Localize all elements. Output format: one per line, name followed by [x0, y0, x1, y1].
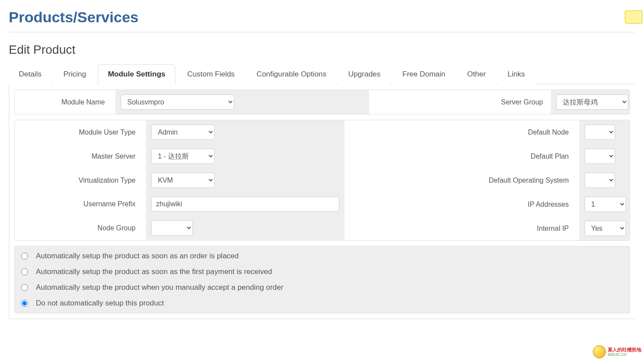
tab-upgrades[interactable]: Upgrades — [338, 64, 391, 84]
default-node-select[interactable] — [585, 125, 615, 140]
setup-option-label: Automatically setup the product when you… — [36, 283, 283, 292]
ip-addresses-select[interactable]: 1 — [585, 197, 626, 212]
module-user-type-select[interactable]: Admin — [151, 125, 215, 140]
internal-ip-label: Internal IP — [345, 219, 579, 239]
node-group-label: Node Group — [15, 218, 146, 238]
settings-grid: Module User Type Admin Master Server 1 -… — [14, 120, 630, 241]
username-prefix-label: Username Prefix — [15, 194, 146, 214]
server-group-select[interactable]: 达拉斯母鸡 — [556, 94, 628, 110]
module-name-label: Module Name — [15, 92, 115, 112]
setup-option-label: Automatically setup the product as soon … — [36, 267, 272, 276]
module-settings-panel: Module Name Solusvmpro Server Group 达拉斯母… — [9, 84, 635, 319]
tab-details[interactable]: Details — [9, 64, 52, 84]
node-group-select[interactable] — [151, 220, 193, 236]
tab-configurable-options[interactable]: Configurable Options — [247, 64, 337, 84]
server-group-label: Server Group — [369, 92, 551, 112]
master-server-select[interactable]: 1 - 达拉斯 — [151, 149, 215, 164]
ip-addresses-label: IP Addresses — [345, 194, 579, 215]
tab-custom-fields[interactable]: Custom Fields — [177, 64, 245, 84]
page-title: Products/Services — [9, 0, 635, 32]
setup-option-manual[interactable]: Automatically setup the product when you… — [15, 280, 630, 295]
default-plan-label: Default Plan — [345, 146, 579, 167]
username-prefix-input[interactable] — [151, 197, 339, 212]
module-name-select[interactable]: Solusvmpro — [121, 94, 234, 110]
tab-free-domain[interactable]: Free Domain — [392, 64, 455, 84]
section-title: Edit Product — [9, 32, 635, 64]
virtualization-type-select[interactable]: KVM — [151, 173, 215, 188]
tabs: Details Pricing Module Settings Custom F… — [9, 64, 635, 84]
tab-other[interactable]: Other — [457, 64, 496, 84]
help-button[interactable] — [625, 10, 642, 24]
default-node-label: Default Node — [345, 122, 579, 142]
default-os-select[interactable] — [585, 173, 615, 188]
auto-setup-panel: Automatically setup the product as soon … — [14, 246, 630, 313]
master-server-label: Master Server — [15, 146, 146, 167]
default-plan-select[interactable] — [585, 149, 615, 164]
tab-pricing[interactable]: Pricing — [53, 64, 96, 84]
setup-radio-manual[interactable] — [21, 284, 28, 291]
setup-radio-payment[interactable] — [21, 268, 28, 275]
module-user-type-label: Module User Type — [15, 122, 146, 142]
module-name-panel: Module Name Solusvmpro Server Group 达拉斯母… — [14, 90, 630, 115]
setup-radio-none[interactable] — [21, 300, 28, 307]
tab-module-settings[interactable]: Module Settings — [98, 64, 175, 84]
internal-ip-select[interactable]: Yes — [585, 221, 626, 236]
virtualization-type-label: Virtualization Type — [15, 170, 146, 191]
setup-radio-order[interactable] — [21, 253, 28, 260]
setup-option-none[interactable]: Do not automatically setup this product — [15, 295, 630, 311]
setup-option-label: Do not automatically setup this product — [36, 299, 164, 308]
default-os-label: Default Operating System — [345, 170, 579, 191]
setup-option-order[interactable]: Automatically setup the product as soon … — [15, 248, 630, 264]
tab-links[interactable]: Links — [498, 64, 535, 84]
setup-option-payment[interactable]: Automatically setup the product as soon … — [15, 264, 630, 280]
setup-option-label: Automatically setup the product as soon … — [36, 252, 239, 260]
